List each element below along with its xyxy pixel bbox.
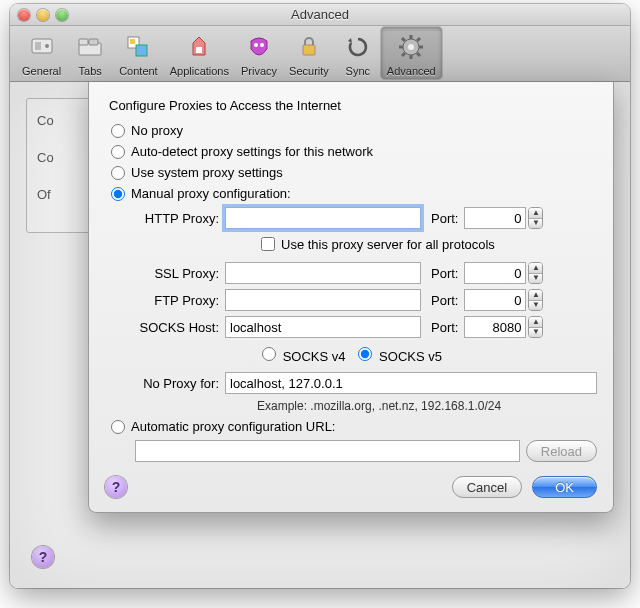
radio-socks-v4[interactable]: SOCKS v4 [257,344,345,364]
radio-auto-url[interactable]: Automatic proxy configuration URL: [111,419,597,434]
toolbar-content[interactable]: Content [113,27,164,79]
gear-icon [395,31,427,63]
socks-label: SOCKS Host: [129,320,225,335]
use-all-checkbox-row[interactable]: Use this proxy server for all protocols [257,234,597,254]
toolbar-advanced[interactable]: Advanced [381,27,442,79]
radio-socks-v5[interactable]: SOCKS v5 [353,344,441,364]
proxy-sheet: Configure Proxies to Access the Internet… [88,82,614,513]
radio-auto-url-input[interactable] [111,420,125,434]
content-area: Co Co Of ? Configure Proxies to Access t… [10,82,630,588]
ftp-proxy-input[interactable] [225,289,421,311]
help-button[interactable]: ? [32,546,54,568]
ssl-label: SSL Proxy: [129,266,225,281]
port-label: Port: [431,211,458,226]
port-label: Port: [431,266,458,281]
ssl-port-stepper[interactable]: ▲▼ [528,262,543,284]
svg-point-2 [45,44,49,48]
toolbar-label: Advanced [387,65,436,77]
radio-no-proxy-input[interactable] [111,124,125,138]
mask-icon [243,31,275,63]
toolbar-label: Privacy [241,65,277,77]
socks-host-input[interactable] [225,316,421,338]
svg-rect-1 [35,42,41,50]
tabs-icon [74,31,106,63]
radio-label: Use system proxy settings [131,165,283,180]
reload-button[interactable]: Reload [526,440,597,462]
radio-no-proxy[interactable]: No proxy [111,123,597,138]
no-proxy-for-input[interactable] [225,372,597,394]
toolbar-sync[interactable]: Sync [335,27,381,79]
sync-icon [342,31,374,63]
http-proxy-input[interactable] [225,207,421,229]
ssl-proxy-input[interactable] [225,262,421,284]
ftp-port-input[interactable] [464,289,526,311]
http-port-input[interactable] [464,207,526,229]
use-all-label: Use this proxy server for all protocols [281,237,495,252]
ok-button[interactable]: OK [532,476,597,498]
toolbar-security[interactable]: Security [283,27,335,79]
radio-label: Manual proxy configuration: [131,186,291,201]
radio-system-input[interactable] [111,166,125,180]
svg-rect-8 [130,39,135,44]
applications-icon [183,31,215,63]
radio-label: Automatic proxy configuration URL: [131,419,335,434]
toolbar-label: Sync [346,65,370,77]
svg-point-11 [260,43,264,47]
svg-line-19 [402,38,405,41]
preferences-toolbar: General Tabs Content Applications Privac… [10,26,630,82]
radio-label: Auto-detect proxy settings for this netw… [131,144,373,159]
svg-rect-12 [303,45,315,55]
radio-system[interactable]: Use system proxy settings [111,165,597,180]
no-proxy-for-label: No Proxy for: [129,376,225,391]
svg-line-21 [402,53,405,56]
svg-rect-4 [79,39,88,45]
sheet-help-button[interactable]: ? [105,476,127,498]
toolbar-general[interactable]: General [16,27,67,79]
toolbar-tabs[interactable]: Tabs [67,27,113,79]
radio-manual[interactable]: Manual proxy configuration: [111,186,597,201]
http-port-stepper[interactable]: ▲▼ [528,207,543,229]
svg-line-20 [417,53,420,56]
preferences-window: Advanced General Tabs Content Applicati [10,4,630,588]
use-all-checkbox[interactable] [261,237,275,251]
ftp-port-stepper[interactable]: ▲▼ [528,289,543,311]
content-icon [122,31,154,63]
manual-config-group: HTTP Proxy: Port: ▲▼ Use this proxy serv… [129,207,597,413]
port-label: Port: [431,320,458,335]
toolbar-applications[interactable]: Applications [164,27,235,79]
no-proxy-example: Example: .mozilla.org, .net.nz, 192.168.… [257,399,597,413]
svg-rect-5 [89,39,98,45]
window-title: Advanced [10,7,630,22]
toolbar-label: Applications [170,65,229,77]
svg-point-10 [254,43,258,47]
sheet-heading: Configure Proxies to Access the Internet [109,98,597,113]
titlebar: Advanced [10,4,630,26]
svg-line-22 [417,38,420,41]
svg-point-14 [408,44,414,50]
toolbar-label: General [22,65,61,77]
cancel-button[interactable]: Cancel [452,476,522,498]
radio-auto-detect[interactable]: Auto-detect proxy settings for this netw… [111,144,597,159]
toolbar-label: Security [289,65,329,77]
socks-port-input[interactable] [464,316,526,338]
switch-icon [26,31,58,63]
toolbar-label: Content [119,65,158,77]
svg-rect-9 [196,47,202,53]
svg-rect-7 [136,45,147,56]
auto-url-input[interactable] [135,440,520,462]
radio-manual-input[interactable] [111,187,125,201]
toolbar-privacy[interactable]: Privacy [235,27,283,79]
port-label: Port: [431,293,458,308]
ftp-label: FTP Proxy: [129,293,225,308]
socks-port-stepper[interactable]: ▲▼ [528,316,543,338]
http-label: HTTP Proxy: [129,211,225,226]
lock-icon [293,31,325,63]
radio-label: No proxy [131,123,183,138]
radio-auto-detect-input[interactable] [111,145,125,159]
toolbar-label: Tabs [79,65,102,77]
ssl-port-input[interactable] [464,262,526,284]
